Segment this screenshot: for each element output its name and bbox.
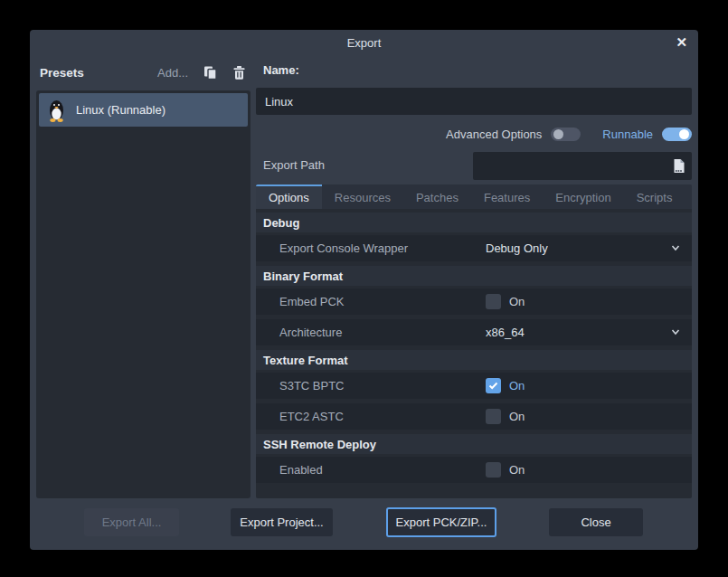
toggle-knob xyxy=(679,129,689,139)
checkbox-unchecked xyxy=(486,409,501,424)
preset-item-label: Linux (Runnable) xyxy=(76,103,165,117)
export-path-input[interactable] xyxy=(473,152,665,180)
row-enabled: Enabled On xyxy=(256,457,692,483)
export-path-row: Export Path xyxy=(256,152,692,180)
row-etc2-astc: ETC2 ASTC On xyxy=(256,403,692,430)
export-dialog: Export ✕ Presets Add... xyxy=(30,30,698,550)
dropdown-value: Debug Only xyxy=(486,241,548,255)
checkbox-label: On xyxy=(509,463,525,477)
architecture-dropdown[interactable]: x86_64 xyxy=(475,319,692,345)
close-button[interactable]: Close xyxy=(549,508,643,536)
close-icon[interactable]: ✕ xyxy=(676,34,687,51)
property-label: S3TC BPTC xyxy=(256,379,345,393)
presets-header: Presets Add... xyxy=(40,62,251,82)
delete-icon[interactable] xyxy=(232,65,247,80)
section-binary-format: Binary Format xyxy=(256,266,692,286)
name-label: Name: xyxy=(263,63,299,77)
embed-pck-checkbox[interactable]: On xyxy=(475,288,692,315)
advanced-options-label: Advanced Options xyxy=(446,128,542,141)
section-debug: Debug xyxy=(256,213,692,232)
ssh-enabled-checkbox[interactable]: On xyxy=(475,457,692,483)
preset-list: Linux (Runnable) xyxy=(36,90,251,498)
tab-options[interactable]: Options xyxy=(256,184,322,209)
checkbox-label: On xyxy=(509,295,525,308)
property-label: Embed PCK xyxy=(256,295,345,308)
export-console-wrapper-dropdown[interactable]: Debug Only xyxy=(475,235,692,261)
presets-heading: Presets xyxy=(40,66,84,80)
add-preset-button[interactable]: Add... xyxy=(157,66,188,80)
row-embed-pck: Embed PCK On xyxy=(256,288,692,315)
section-ssh-remote-deploy: SSH Remote Deploy xyxy=(256,434,692,454)
name-input[interactable] xyxy=(256,88,692,115)
dialog-title: Export xyxy=(30,36,698,50)
export-pck-zip-button[interactable]: Export PCK/ZIP... xyxy=(386,507,496,537)
property-label: ETC2 ASTC xyxy=(256,410,344,423)
dropdown-value: x86_64 xyxy=(486,326,525,339)
row-s3tc-bptc: S3TC BPTC On xyxy=(256,373,692,399)
section-texture-format: Texture Format xyxy=(256,350,692,370)
tab-scripts[interactable]: Scripts xyxy=(624,184,685,209)
preset-item-linux[interactable]: Linux (Runnable) xyxy=(39,93,248,127)
chevron-down-icon xyxy=(670,241,681,257)
s3tc-bptc-checkbox[interactable]: On xyxy=(475,373,692,399)
tab-bar: Options Resources Patches Features Encry… xyxy=(256,184,692,209)
tab-patches[interactable]: Patches xyxy=(403,184,471,209)
toggle-knob xyxy=(553,129,563,139)
runnable-label: Runnable xyxy=(602,128,653,141)
property-label: Architecture xyxy=(256,326,342,339)
export-path-field xyxy=(473,152,692,180)
chevron-down-icon xyxy=(670,325,681,341)
etc2-astc-checkbox[interactable]: On xyxy=(475,403,692,430)
export-project-button[interactable]: Export Project... xyxy=(231,508,333,536)
property-label: Enabled xyxy=(256,463,323,477)
export-path-label: Export Path xyxy=(263,158,325,172)
tab-encryption[interactable]: Encryption xyxy=(543,184,623,209)
runnable-toggle[interactable] xyxy=(662,128,692,141)
tab-resources[interactable]: Resources xyxy=(322,184,403,209)
row-export-console-wrapper: Export Console Wrapper Debug Only xyxy=(256,235,692,261)
options-panel: Debug Export Console Wrapper Debug Only … xyxy=(256,209,692,498)
checkbox-checked xyxy=(486,378,501,393)
checkbox-unchecked xyxy=(486,294,501,309)
property-label: Export Console Wrapper xyxy=(256,241,408,255)
advanced-options-toggle[interactable] xyxy=(551,128,581,141)
row-architecture: Architecture x86_64 xyxy=(256,319,692,345)
tab-features[interactable]: Features xyxy=(471,184,543,209)
checkbox-label: On xyxy=(509,379,525,393)
toggles-row: Advanced Options Runnable xyxy=(446,123,692,145)
checkbox-label: On xyxy=(509,410,525,423)
browse-file-icon[interactable] xyxy=(665,152,692,180)
tux-penguin-icon xyxy=(47,99,66,122)
duplicate-icon[interactable] xyxy=(203,65,218,80)
checkbox-unchecked xyxy=(486,462,501,478)
export-all-button: Export All... xyxy=(84,508,179,536)
